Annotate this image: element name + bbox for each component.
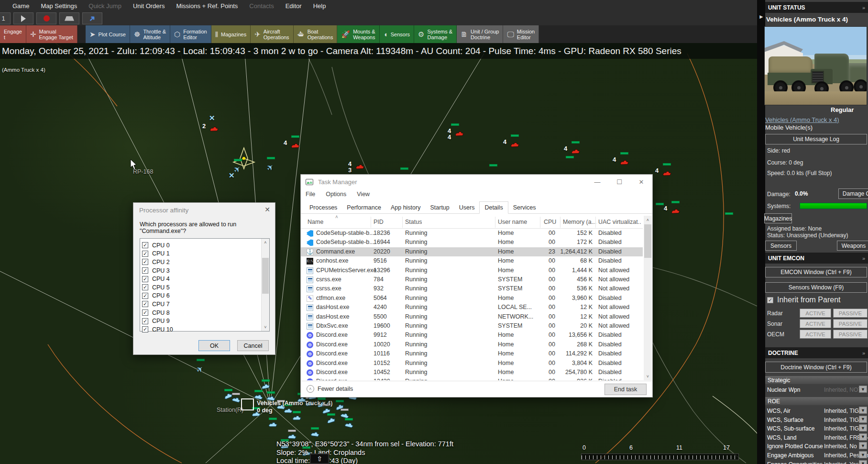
magazines-button[interactable]: Magazines xyxy=(764,213,792,223)
process-row[interactable]: ʘDiscord.exe10452RunningHome00254,780 KD… xyxy=(301,368,643,377)
table-header[interactable]: ˄ Name PID Status User name CPU Memory (… xyxy=(301,216,643,229)
menu-quick-jump[interactable]: Quick Jump xyxy=(83,0,127,11)
hostile-unit-icon[interactable] xyxy=(355,163,365,172)
dropdown-icon[interactable]: ▼ xyxy=(859,407,867,414)
weapons-button[interactable]: Weapons xyxy=(837,241,868,251)
toolbar-formation-editor[interactable]: ⬡FormationEditor xyxy=(170,25,211,43)
process-row[interactable]: ⚓Command.exe20220RunningHome231,264,412 … xyxy=(301,247,643,256)
menu-contacts[interactable]: Contacts xyxy=(243,0,279,11)
sensors-button[interactable]: Sensors xyxy=(765,241,797,251)
tm-menu-file[interactable]: File xyxy=(306,191,315,198)
menu-map-settings[interactable]: Map Settings xyxy=(35,0,83,11)
toolbar-plot-course[interactable]: ➤Plot Course xyxy=(86,25,130,43)
toolbar-mounts-weapons[interactable]: 🚀Mounts &Weapons xyxy=(337,25,379,43)
cpu-checkbox-row[interactable]: ✓CPU 8 xyxy=(142,309,170,317)
tab-services[interactable]: Services xyxy=(508,202,541,213)
emcon-window-button[interactable]: EMCON Window (Ctrl + F9) xyxy=(765,267,867,277)
cpu-checkbox-row[interactable]: ✓CPU 10 xyxy=(142,325,173,334)
hostile-unit-icon[interactable] xyxy=(290,142,301,151)
process-row[interactable]: CodeSetup-stable-b...16944RunningHome001… xyxy=(301,238,643,247)
sonar-passive-button[interactable]: PASSIVE xyxy=(833,319,868,328)
unit-status-header[interactable]: UNIT STATUS» xyxy=(765,2,868,13)
hostile-unit-icon[interactable] xyxy=(571,148,581,156)
menu-missions-ref-points[interactable]: Missions + Ref. Points xyxy=(170,0,243,11)
maximize-button[interactable]: ☐ xyxy=(608,175,630,189)
oecm-active-button[interactable]: ACTIVE xyxy=(800,330,831,339)
cpu-checkbox-row[interactable]: ✓CPU 2 xyxy=(142,258,170,266)
table-scrollbar[interactable]: ˄ ˅ xyxy=(644,216,652,380)
sonar-active-button[interactable]: ACTIVE xyxy=(800,319,831,328)
task-manager-titlebar[interactable]: Task Manager — ☐ ✕ xyxy=(301,175,652,189)
tab-startup[interactable]: Startup xyxy=(425,202,454,213)
dialog-close-icon[interactable]: ✕ xyxy=(264,206,270,213)
friendly-vehicle-icon[interactable] xyxy=(309,430,321,440)
friendly-unit-cross-icon[interactable]: ✕ xyxy=(229,171,235,180)
process-row[interactable]: C:\conhost.exe9516RunningHome0068 KDisab… xyxy=(301,256,643,265)
col-status[interactable]: Status xyxy=(405,219,422,225)
toolbar-systems-damage[interactable]: ⚙Systems &Damage xyxy=(414,25,457,43)
ok-button[interactable]: OK xyxy=(198,340,230,351)
hostile-unit-icon[interactable] xyxy=(209,125,220,134)
sensors-window-button[interactable]: Sensors Window (F9) xyxy=(765,282,867,293)
process-row[interactable]: ʘDiscord.exe10152RunningHome003,804 KDis… xyxy=(301,359,643,368)
map-tool-icon[interactable]: ⇧ xyxy=(310,453,329,464)
friendly-vehicle-icon[interactable] xyxy=(268,420,279,430)
dropdown-icon[interactable]: ▼ xyxy=(859,416,867,423)
cpu-checkbox-row[interactable]: ✓CPU 1 xyxy=(142,250,170,258)
col-uac[interactable]: UAC virtualizat... xyxy=(598,219,641,225)
unit-link[interactable]: Vehicles (Ammo Truck x 4) xyxy=(765,116,839,123)
tm-menu-options[interactable]: Options xyxy=(326,191,346,198)
scroll-thumb[interactable] xyxy=(262,258,269,294)
process-row[interactable]: DbxSvc.exe19600RunningSYSTEM0020 KNot al… xyxy=(301,321,643,331)
toolbar-throttle-altitude[interactable]: ☸Throttle &Altitude xyxy=(130,25,170,43)
radar-passive-button[interactable]: PASSIVE xyxy=(833,309,868,318)
cancel-button[interactable]: Cancel xyxy=(237,340,269,351)
process-row[interactable]: CodeSetup-stable-b...18236RunningHome001… xyxy=(301,229,643,238)
time-step-button[interactable]: 1 xyxy=(0,12,11,24)
process-row[interactable]: ʘDiscord.exe10116RunningHome00114,292 KD… xyxy=(301,349,643,358)
hostile-unit-icon[interactable] xyxy=(662,170,672,178)
menu-editor[interactable]: Editor xyxy=(280,0,308,11)
friendly-vehicle-icon[interactable] xyxy=(260,382,272,392)
scroll-up-icon[interactable]: ˄ xyxy=(262,239,269,246)
cpu-checkbox-row[interactable]: ✓CPU 9 xyxy=(142,317,170,325)
scroll-thumb[interactable] xyxy=(644,224,651,258)
scroll-down-icon[interactable]: ˅ xyxy=(262,323,269,331)
col-pid[interactable]: PID xyxy=(374,219,384,225)
toolbar-aircraft-operations[interactable]: ✈AircraftOperations xyxy=(251,25,293,43)
minimize-button[interactable]: — xyxy=(586,175,608,189)
cpu-checkbox-row[interactable]: ✓CPU 4 xyxy=(142,275,170,283)
doctrine-header[interactable]: DOCTRINE» xyxy=(765,347,868,358)
toolbar-engage-t[interactable]: Engaget xyxy=(0,25,26,43)
oecm-passive-button[interactable]: PASSIVE xyxy=(833,330,868,339)
tab-users[interactable]: Users xyxy=(454,202,480,213)
play-button[interactable] xyxy=(13,12,33,24)
col-name[interactable]: Name xyxy=(308,219,323,225)
dropdown-icon[interactable]: ▼ xyxy=(859,386,867,393)
unit-emcon-header[interactable]: UNIT EMCON» xyxy=(765,253,868,264)
process-row[interactable]: ʘDiscord.exe13430RunningHome00936 KDisab… xyxy=(301,377,643,380)
process-row[interactable]: csrss.exe784RunningSYSTEM00456 KNot allo… xyxy=(301,275,643,284)
tab-processes[interactable]: Processes xyxy=(305,202,342,213)
scroll-up-icon[interactable]: ˄ xyxy=(644,216,652,224)
hostile-unit-icon[interactable] xyxy=(670,208,681,216)
jump-button[interactable]: ➜ xyxy=(82,12,102,24)
platform-view-button[interactable] xyxy=(59,12,79,24)
menu-game[interactable]: Game xyxy=(7,0,35,11)
cpu-checkbox-row[interactable]: ✓CPU 3 xyxy=(142,266,170,275)
unit-message-log-button[interactable]: Unit Message Log xyxy=(765,134,867,144)
menu-unit-orders[interactable]: Unit Orders xyxy=(127,0,170,11)
process-row[interactable]: dasHost.exe4240RunningLOCAL SE...0012 KN… xyxy=(301,303,643,312)
cpu-checkbox-row[interactable]: ✓CPU 0 xyxy=(142,241,170,250)
menu-help[interactable]: Help xyxy=(308,0,332,11)
process-row[interactable]: csrss.exe932RunningSYSTEM00536 KNot allo… xyxy=(301,284,643,293)
process-row[interactable]: ✎ctfmon.exe5064RunningHome003,960 KDisab… xyxy=(301,294,643,303)
process-row[interactable]: ʘDiscord.exe9912RunningHome0013,656 KDis… xyxy=(301,331,643,340)
toolbar-manual-engage-target[interactable]: ✛ManualEngage Target xyxy=(26,25,77,43)
cpu-list-scrollbar[interactable]: ˄ ˅ xyxy=(261,239,269,331)
hostile-unit-icon[interactable] xyxy=(454,130,465,139)
dropdown-icon[interactable]: ▼ xyxy=(859,451,867,458)
process-row[interactable]: dasHost.exe5500RunningNETWORK...0012 KNo… xyxy=(301,312,643,321)
tab-details[interactable]: Details xyxy=(479,201,508,214)
scroll-down-icon[interactable]: ˅ xyxy=(644,372,652,380)
